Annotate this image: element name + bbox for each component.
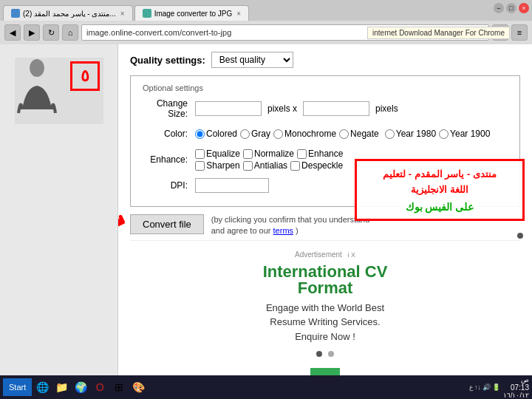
- ad-text-line3: Enquire Now !: [137, 330, 513, 344]
- overlay-annotation-box: منتدى - ياسر المقدم - لتعليم اللغة الانج…: [355, 159, 525, 221]
- color-radio-year1980[interactable]: Year 1980: [385, 129, 436, 139]
- terms-link[interactable]: terms: [273, 226, 294, 235]
- enhance-label: Enhance:: [140, 154, 188, 165]
- taskbar-explorer-icon[interactable]: 📁: [52, 378, 70, 396]
- tab-label-forum: (2) منتدى - ياسر محمد المقد...: [23, 10, 116, 18]
- tab-label-converter: Image converter to JPG: [154, 10, 233, 18]
- width-input[interactable]: [195, 101, 262, 116]
- color-options: Colored Gray Monochrome Negate: [195, 129, 490, 140]
- dpi-input[interactable]: [195, 178, 269, 193]
- sys-tray: ع ↑↓ 🔊 🔋: [469, 383, 500, 391]
- ad-label: Advertisement i X: [137, 248, 513, 259]
- gray-label: Gray: [251, 129, 270, 139]
- despeckle-label: Despeckle: [301, 160, 343, 171]
- tab-converter[interactable]: Image converter to JPG ×: [134, 5, 249, 21]
- pixels-x-text: pixels x: [267, 103, 297, 114]
- start-button[interactable]: Start: [3, 378, 32, 396]
- color-radio-negate[interactable]: Negate: [339, 129, 379, 139]
- color-radio-mono[interactable]: Monochrome: [273, 129, 336, 139]
- enhance-despeckle[interactable]: Despeckle: [290, 160, 343, 171]
- sidebar: ٥: [0, 44, 118, 399]
- red-arrow: ➜: [118, 205, 130, 235]
- idm-badge: internet Download Manager For Chrome: [367, 27, 510, 39]
- taskbar-opera-icon[interactable]: O: [91, 378, 109, 396]
- enhance-row1: Equalize Normalize Enhance: [195, 149, 343, 159]
- normalize-label: Normalize: [254, 149, 294, 159]
- taskbar-right: ع ↑↓ 🔊 🔋 ص 07:13 ١٦/١٠/١٢: [469, 376, 529, 399]
- ad-text-line2: Resume Writing Services.: [137, 315, 513, 330]
- color-row: Color: Colored Gray Monochrome: [140, 125, 511, 143]
- year1980-label: Year 1980: [396, 129, 436, 139]
- pixels-end-text: pixels: [375, 103, 398, 114]
- change-size-label: ChangeSize:: [140, 98, 188, 119]
- colored-label: Colored: [206, 129, 237, 139]
- bullet-dot: [517, 233, 523, 239]
- ad-dots: [137, 348, 513, 359]
- taskbar: Start 🌐 📁 🌍 O ⊞ 🎨 ع ↑↓ 🔊 🔋 ص 07:13 ١٦/١٠…: [0, 375, 532, 399]
- overlay-line3: على الفيس بوك: [366, 201, 514, 213]
- taskbar-color-icon[interactable]: 🎨: [129, 378, 147, 396]
- convert-file-button[interactable]: Convert file: [130, 214, 204, 234]
- quality-settings-row: Quality settings: Best quality Good qual…: [130, 52, 520, 68]
- quality-select[interactable]: Best quality Good quality Normal quality: [211, 52, 293, 68]
- enhance-options: Equalize Normalize Enhance: [195, 149, 343, 171]
- tab-favicon-converter: [143, 9, 151, 18]
- ad-text-line1: Engage with the World Best: [137, 301, 513, 316]
- taskbar-chrome-icon[interactable]: 🌍: [72, 378, 89, 396]
- enhance-normalize[interactable]: Normalize: [243, 149, 294, 159]
- home-button[interactable]: ⌂: [62, 24, 78, 41]
- mono-label: Monochrome: [284, 129, 336, 139]
- enhance-sharpen[interactable]: Sharpen: [195, 160, 239, 171]
- color-radio-colored[interactable]: Colored: [195, 129, 237, 139]
- tab-close-converter[interactable]: ×: [236, 10, 241, 18]
- change-size-row: ChangeSize: pixels x pixels: [140, 98, 511, 119]
- main-content: Quality settings: Best quality Good qual…: [118, 44, 532, 399]
- antialias-label: Antialias: [254, 160, 287, 171]
- person-silhouette: [15, 58, 59, 117]
- enhance-enhance-label: Enhance: [308, 149, 343, 159]
- red-number: ٥: [81, 66, 89, 86]
- change-size-content: pixels x pixels: [195, 101, 403, 116]
- tab-close-forum[interactable]: ×: [120, 10, 125, 18]
- taskbar-ie-icon[interactable]: 🌐: [33, 378, 51, 396]
- color-radio-gray[interactable]: Gray: [240, 129, 270, 139]
- sidebar-image: ٥: [15, 58, 103, 124]
- convert-note: (by clicking you confirm that you unders…: [211, 214, 374, 237]
- advertisement-section: Advertisement i X International CV Forma…: [130, 240, 520, 385]
- enhance-row2: Sharpen Antialias Despeckle: [195, 160, 343, 171]
- back-button[interactable]: ◀: [4, 24, 21, 41]
- menu-button[interactable]: ≡: [511, 24, 528, 41]
- year1900-label: Year 1900: [450, 129, 490, 139]
- optional-title: Optional settings: [140, 83, 206, 92]
- red-box-annotation: ٥: [70, 61, 100, 91]
- overlay-line2: اللغة الانجليزية: [366, 183, 514, 198]
- taskbar-time: ص 07:13 ١٦/١٠/١٢: [503, 376, 529, 399]
- negate-label: Negate: [350, 129, 379, 139]
- address-text: image.online-convert.com/convert-to-jpg: [86, 28, 231, 37]
- dpi-label: DPI:: [140, 180, 188, 191]
- dpi-content: [195, 178, 269, 193]
- tab-favicon-forum: [11, 9, 20, 18]
- ad-title-line2: Format: [137, 279, 513, 298]
- overlay-line1: منتدى - ياسر المقدم - لتعليم: [366, 167, 514, 183]
- sharpen-label: Sharpen: [206, 160, 239, 171]
- enhance-antialias[interactable]: Antialias: [243, 160, 287, 171]
- window-close-button[interactable]: ×: [519, 3, 529, 13]
- color-label: Color:: [140, 129, 188, 139]
- svg-point-0: [30, 59, 44, 77]
- height-input[interactable]: [303, 101, 369, 116]
- tab-forum[interactable]: (2) منتدى - ياسر محمد المقد... ×: [3, 5, 133, 21]
- ad-dot-1: [316, 351, 322, 357]
- enhance-equalize[interactable]: Equalize: [195, 149, 240, 159]
- ad-dot-2: [328, 351, 334, 357]
- forward-button[interactable]: ▶: [24, 24, 40, 41]
- color-radio-year1900[interactable]: Year 1900: [439, 129, 490, 139]
- refresh-button[interactable]: ↻: [43, 24, 59, 41]
- window-minimize-button[interactable]: −: [494, 3, 504, 13]
- enhance-enhance[interactable]: Enhance: [297, 149, 343, 159]
- taskbar-grid-icon[interactable]: ⊞: [110, 378, 128, 396]
- window-maximize-button[interactable]: □: [506, 3, 516, 13]
- quality-label: Quality settings:: [130, 55, 205, 66]
- equalize-label: Equalize: [206, 149, 240, 159]
